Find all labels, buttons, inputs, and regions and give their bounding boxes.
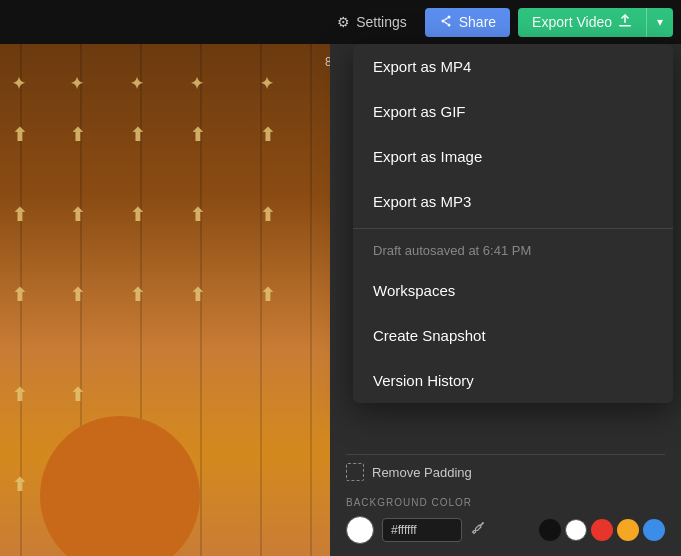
color-swatch-black[interactable]: [539, 519, 561, 541]
fleur-icon: ⬆: [12, 384, 27, 406]
fleur-icon: ✦: [130, 74, 143, 93]
fleur-icon: ✦: [70, 74, 83, 93]
version-history-label: Version History: [373, 372, 474, 389]
autosave-text: Draft autosaved at 6:41 PM: [353, 233, 673, 268]
fleur-icon: ⬆: [130, 124, 145, 146]
fleur-icon: ⬆: [70, 124, 85, 146]
menu-item-export-mp3[interactable]: Export as MP3: [353, 179, 673, 224]
person-silhouette: [40, 416, 200, 556]
fleur-icon: ⬆: [190, 204, 205, 226]
canvas-content: ✦ ⬆ ⬆ ⬆ ⬆ ⬆ ✦ ⬆ ⬆ ⬆ ⬆ ⬆ ✦ ⬆ ⬆ ⬆ ✦ ⬆ ⬆ ⬆ …: [0, 44, 330, 556]
menu-item-version-history[interactable]: Version History: [353, 358, 673, 403]
fleur-icon: ⬆: [260, 284, 275, 306]
fleur-icon: ⬆: [12, 474, 27, 496]
menu-item-export-mp4[interactable]: Export as MP4: [353, 44, 673, 89]
top-bar: ⚙ Settings Share Export Video: [0, 0, 681, 44]
create-snapshot-label: Create Snapshot: [373, 327, 486, 344]
stripe-decoration: [310, 44, 312, 556]
fleur-icon: ⬆: [260, 124, 275, 146]
color-swatch-white[interactable]: [565, 519, 587, 541]
fleur-icon: ⬆: [130, 284, 145, 306]
fleur-icon: ⬆: [260, 204, 275, 226]
export-image-label: Export as Image: [373, 148, 482, 165]
fleur-icon: ⬆: [70, 284, 85, 306]
svg-line-7: [480, 523, 484, 527]
fleur-icon: ⬆: [70, 204, 85, 226]
svg-line-4: [444, 21, 447, 24]
menu-item-create-snapshot[interactable]: Create Snapshot: [353, 313, 673, 358]
menu-item-export-gif[interactable]: Export as GIF: [353, 89, 673, 134]
eyedropper-icon[interactable]: [470, 520, 486, 540]
bg-color-section: BACKGROUND COLOR: [346, 497, 665, 544]
bg-color-label: BACKGROUND COLOR: [346, 497, 665, 508]
dashed-box-icon: [346, 463, 364, 481]
menu-divider: [353, 228, 673, 229]
fleur-icon: ⬆: [70, 384, 85, 406]
svg-line-3: [444, 17, 447, 20]
chevron-down-icon: ▾: [657, 15, 663, 29]
menu-item-export-image[interactable]: Export as Image: [353, 134, 673, 179]
color-swatches: [539, 519, 665, 541]
fleur-icon: ✦: [190, 74, 203, 93]
menu-item-workspaces[interactable]: Workspaces: [353, 268, 673, 313]
fleur-icon: ⬆: [190, 124, 205, 146]
fleur-icon: ⬆: [12, 284, 27, 306]
fleur-icon: ⬆: [130, 204, 145, 226]
export-video-group: Export Video ▾: [518, 8, 673, 37]
share-icon: [439, 14, 453, 31]
upload-icon: [618, 14, 632, 31]
fleur-icon: ✦: [260, 74, 273, 93]
settings-button[interactable]: ⚙ Settings: [327, 8, 417, 36]
bg-color-row: [346, 516, 665, 544]
color-hex-input[interactable]: [382, 518, 462, 542]
color-swatch-blue[interactable]: [643, 519, 665, 541]
export-video-button[interactable]: Export Video: [518, 8, 646, 37]
export-mp4-label: Export as MP4: [373, 58, 471, 75]
canvas-area: ✦ ⬆ ⬆ ⬆ ⬆ ⬆ ✦ ⬆ ⬆ ⬆ ⬆ ⬆ ✦ ⬆ ⬆ ⬆ ✦ ⬆ ⬆ ⬆ …: [0, 44, 330, 556]
dropdown-menu: Export as MP4 Export as GIF Export as Im…: [353, 44, 673, 403]
remove-padding-row: Remove Padding: [346, 454, 665, 489]
color-swatch-red[interactable]: [591, 519, 613, 541]
export-gif-label: Export as GIF: [373, 103, 466, 120]
export-mp3-label: Export as MP3: [373, 193, 471, 210]
fleur-icon: ⬆: [190, 284, 205, 306]
panel-bottom: Remove Padding BACKGROUND COLOR: [330, 442, 681, 556]
settings-label: Settings: [356, 14, 407, 30]
svg-rect-5: [619, 25, 631, 27]
export-video-chevron-button[interactable]: ▾: [646, 8, 673, 37]
workspaces-label: Workspaces: [373, 282, 455, 299]
fleur-icon: ⬆: [12, 124, 27, 146]
share-label: Share: [459, 14, 496, 30]
share-button[interactable]: Share: [425, 8, 510, 37]
fleur-icon: ⬆: [12, 204, 27, 226]
fleur-icon: ✦: [12, 74, 25, 93]
remove-padding-label: Remove Padding: [372, 465, 472, 480]
color-swatch-yellow[interactable]: [617, 519, 639, 541]
gear-icon: ⚙: [337, 14, 350, 30]
color-preview[interactable]: [346, 516, 374, 544]
export-video-label: Export Video: [532, 14, 612, 30]
